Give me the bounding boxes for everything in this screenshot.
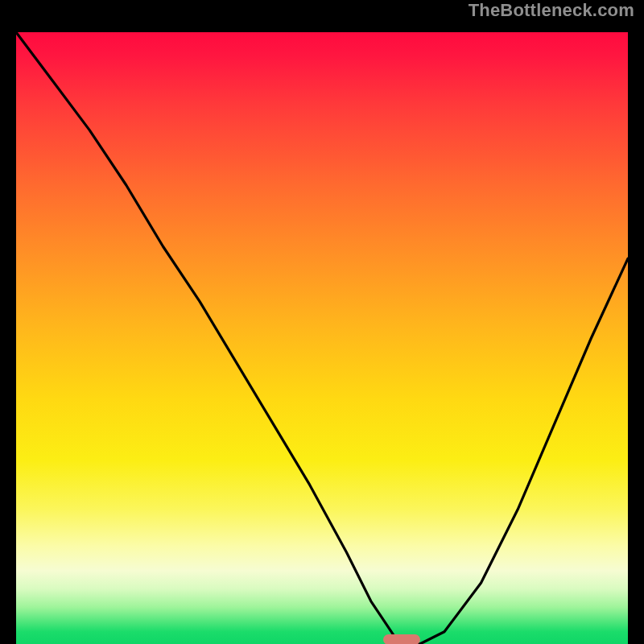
plot-area xyxy=(16,32,628,644)
chart-frame xyxy=(0,16,644,644)
optimum-marker xyxy=(383,634,420,644)
curve-path xyxy=(16,32,628,644)
bottleneck-curve xyxy=(16,32,628,644)
